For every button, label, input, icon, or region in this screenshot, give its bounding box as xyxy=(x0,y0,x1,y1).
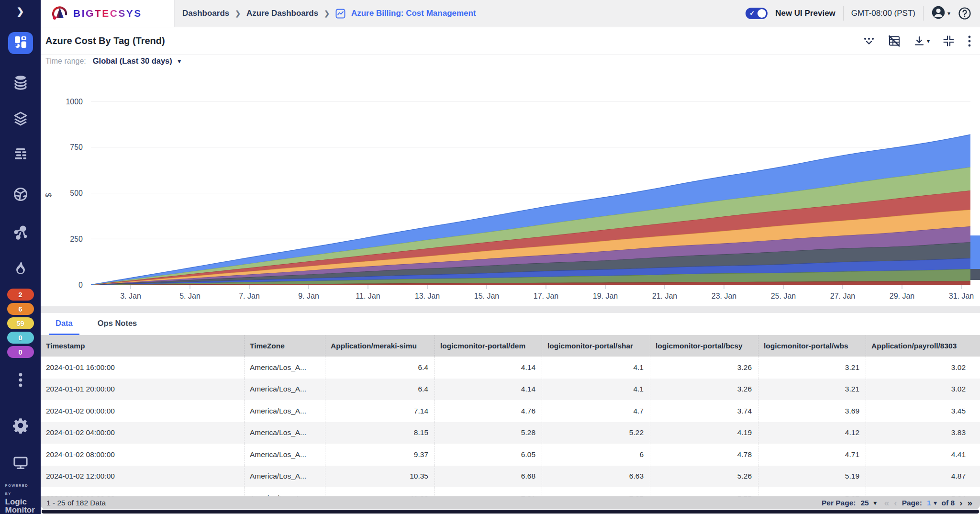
prev-page-button[interactable]: ‹ xyxy=(894,498,897,507)
sidebar-item-settings[interactable] xyxy=(12,417,29,434)
column-header[interactable]: TimeZone xyxy=(244,335,325,357)
chevron-down-icon: ▾ xyxy=(178,58,181,65)
table-cell: America/Los_A... xyxy=(244,444,325,466)
table-cell: 5.28 xyxy=(434,422,542,444)
alert-count-badge[interactable]: 59 xyxy=(7,317,34,329)
sidebar-item-modules[interactable] xyxy=(12,111,29,127)
table-row: 2024-01-02 04:00:00America/Los_A...8.155… xyxy=(41,422,980,444)
breadcrumb-dashboards[interactable]: Dashboards xyxy=(182,9,229,18)
table-cell: America/Los_A... xyxy=(244,357,325,379)
table-cell: 3.21 xyxy=(758,379,866,401)
table-cell: America/Los_A... xyxy=(244,422,325,444)
check-icon: ✓ xyxy=(749,10,755,17)
y-axis-tick-label: 1000 xyxy=(66,98,83,106)
table-cell: 4.7 xyxy=(542,400,650,422)
chevron-right-icon: ❯ xyxy=(235,10,241,17)
user-menu[interactable]: ▾ xyxy=(931,5,950,22)
column-header[interactable]: Timestamp xyxy=(41,335,244,357)
time-range-select[interactable]: Global (Last 30 days) ▾ xyxy=(93,56,181,66)
toggle-knob xyxy=(757,9,766,18)
x-axis-tick-label: 11. Jan xyxy=(356,292,380,300)
sidebar-expand-chevron-icon[interactable]: ❯ xyxy=(17,6,24,17)
tab-data[interactable]: Data xyxy=(49,313,79,335)
time-range-row: Time range: Global (Last 30 days) ▾ xyxy=(41,55,980,67)
sidebar-item-logs[interactable] xyxy=(12,147,29,162)
x-axis-tick-label: 21. Jan xyxy=(652,292,677,300)
per-page-select[interactable]: Per Page: 25 ▾ xyxy=(822,499,877,507)
table-cell: America/Los_A... xyxy=(244,487,325,496)
x-axis-tick-label: 19. Jan xyxy=(593,292,618,300)
sidebar-item-mapping[interactable] xyxy=(12,224,29,241)
horizontal-scrollbar[interactable] xyxy=(41,509,980,514)
alert-count-badge[interactable]: 6 xyxy=(7,303,34,315)
table-cell: 6.63 xyxy=(542,466,650,488)
column-header[interactable]: Application/payroll/8303 xyxy=(866,335,980,357)
table-row: 2024-01-02 00:00:00America/Los_A...7.144… xyxy=(41,400,980,422)
top-bar: BIGTECSYS Dashboards ❯ Azure Dashboards … xyxy=(41,0,980,27)
table-cell: 4.1 xyxy=(542,379,650,401)
sidebar-item-resources[interactable] xyxy=(12,74,29,90)
y-axis-title: $ xyxy=(45,193,53,197)
first-page-button[interactable]: « xyxy=(884,498,890,507)
stacked-area-chart: 02505007501000$3. Jan5. Jan7. Jan9. Jan1… xyxy=(41,67,980,306)
brand-logo[interactable]: BIGTECSYS xyxy=(41,0,175,27)
sidebar-item-training[interactable] xyxy=(12,455,29,471)
table-view-disabled-icon[interactable] xyxy=(888,34,901,47)
x-axis-tick-label: 29. Jan xyxy=(890,292,914,300)
alert-count-badge[interactable]: 2 xyxy=(7,289,34,301)
sidebar-item-alerts[interactable] xyxy=(12,261,29,276)
collapse-widget-button[interactable] xyxy=(942,34,955,47)
y-axis-tick-label: 500 xyxy=(70,189,83,197)
logs-icon xyxy=(13,147,28,162)
sidebar-item-websites[interactable] xyxy=(12,186,29,202)
page-select[interactable]: 1 ▾ xyxy=(927,499,937,507)
breadcrumb: Dashboards ❯ Azure Dashboards ❯ Azure Bi… xyxy=(175,0,476,27)
logicmonitor-brand-line1: Logic xyxy=(5,498,36,506)
database-icon xyxy=(12,74,29,90)
table-cell: 5.22 xyxy=(542,422,650,444)
table-cell: 3.83 xyxy=(866,422,980,444)
table-cell: 5.75 xyxy=(650,487,758,496)
table-cell: 9.37 xyxy=(325,444,434,466)
tab-ops-notes[interactable]: Ops Notes xyxy=(91,313,144,335)
new-ui-preview-toggle[interactable]: ✓ xyxy=(746,8,768,19)
table-cell: 6.4 xyxy=(325,379,434,401)
last-page-button[interactable]: » xyxy=(967,498,972,507)
x-axis-tick-label: 17. Jan xyxy=(534,292,558,300)
table-cell: 4.1 xyxy=(542,357,650,379)
widget-menu-button[interactable] xyxy=(968,35,971,47)
table-cell: 3.45 xyxy=(866,400,980,422)
table-cell: 4.76 xyxy=(434,400,542,422)
help-button[interactable] xyxy=(958,7,971,20)
table-cell: 4.19 xyxy=(650,422,758,444)
logicmonitor-brand-line2: Monitor xyxy=(5,506,36,514)
time-range-value: Global (Last 30 days) xyxy=(93,56,172,66)
column-header[interactable]: logicmonitor-portal/wbs xyxy=(758,335,866,357)
alert-count-badge[interactable]: 0 xyxy=(7,332,34,344)
column-header[interactable]: Application/meraki-simu xyxy=(325,335,434,357)
column-header[interactable]: logicmonitor-portal/shar xyxy=(542,335,650,357)
column-header[interactable]: logicmonitor-portal/bcsy xyxy=(650,335,758,357)
breadcrumb-azure-dashboards[interactable]: Azure Dashboards xyxy=(246,9,318,18)
column-header[interactable]: logicmonitor-portal/dem xyxy=(434,335,542,357)
sidebar-more-menu[interactable] xyxy=(12,372,29,388)
table-cell: 5.67 xyxy=(758,487,866,496)
x-axis-tick-label: 15. Jan xyxy=(474,292,499,300)
table-cell: 3.02 xyxy=(866,379,980,401)
table-cell: 6.05 xyxy=(434,444,542,466)
sidebar-item-dashboards[interactable] xyxy=(8,32,33,54)
tab-bar: Data Ops Notes xyxy=(41,313,980,335)
breadcrumb-current-page[interactable]: Azure Billing: Cost Management xyxy=(351,9,476,18)
avatar-icon xyxy=(931,5,946,22)
globe-icon xyxy=(12,186,29,202)
table-cell: 4.14 xyxy=(434,379,542,401)
timezone-label: GMT-08:00 (PST) xyxy=(851,9,915,18)
next-page-button[interactable]: › xyxy=(959,498,962,507)
legend-toggle-button[interactable] xyxy=(863,35,875,47)
table-cell: 2024-01-02 04:00:00 xyxy=(41,422,244,444)
download-button[interactable]: ▾ xyxy=(913,35,930,47)
table-cell: 2024-01-02 00:00:00 xyxy=(41,400,244,422)
layers-icon xyxy=(12,111,29,127)
alert-count-badge[interactable]: 0 xyxy=(7,346,34,358)
horizontal-scrollbar-thumb[interactable] xyxy=(42,510,979,514)
